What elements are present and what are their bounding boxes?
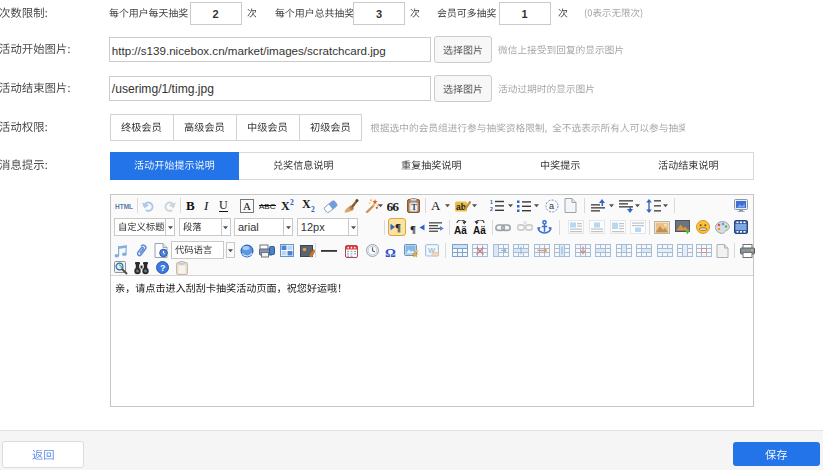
svg-text:Ω: Ω: [385, 244, 396, 258]
svg-text:A: A: [243, 200, 251, 212]
svg-text:Aä: Aä: [473, 225, 486, 235]
svg-text:?: ?: [160, 263, 166, 273]
svg-text:Aä: Aä: [454, 225, 467, 235]
svg-text:HTML: HTML: [115, 203, 133, 210]
svg-text:A: A: [431, 198, 441, 213]
svg-text:¶: ¶: [410, 222, 416, 234]
svg-text:U: U: [219, 198, 228, 212]
svg-text:1: 1: [490, 199, 493, 205]
svg-text:a: a: [549, 201, 554, 211]
svg-text:I: I: [203, 198, 209, 213]
svg-text:2: 2: [290, 199, 294, 207]
svg-text:2: 2: [490, 206, 493, 212]
svg-text:2: 2: [311, 205, 315, 212]
svg-text:T: T: [411, 202, 417, 212]
svg-text:66: 66: [387, 200, 399, 211]
svg-text:ABC: ABC: [259, 202, 276, 211]
svg-text:X: X: [281, 199, 290, 212]
svg-text:X: X: [302, 199, 311, 211]
svg-text:B: B: [186, 198, 195, 213]
svg-text:¶: ¶: [395, 221, 401, 233]
svg-text:ab: ab: [456, 202, 466, 212]
